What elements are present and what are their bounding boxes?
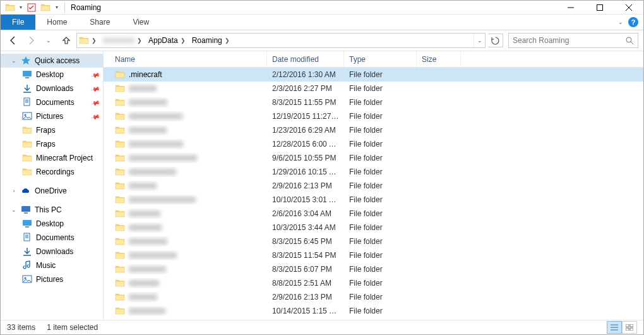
folder-icon (115, 167, 125, 177)
sidebar-item-pictures[interactable]: Pictures📌 (1, 109, 103, 123)
file-row[interactable]: 8/3/2015 6:45 PMFile folder (104, 234, 643, 248)
qat-dropdown-icon[interactable]: ▾ (17, 1, 25, 15)
home-tab[interactable]: Home (35, 15, 78, 30)
quick-access[interactable]: ⌄ Quick access (1, 54, 103, 68)
svg-rect-8 (21, 206, 30, 212)
sidebar-item-desktop[interactable]: Desktop📌 (1, 68, 103, 82)
folder-icon (115, 222, 125, 233)
file-row[interactable]: 10/10/2015 3:01 AMFile folder (104, 193, 643, 207)
file-row[interactable]: 2/3/2016 2:27 PMFile folder (104, 82, 643, 95)
sidebar-item-fraps[interactable]: Fraps (1, 137, 103, 151)
file-row[interactable]: 1/23/2016 6:29 AMFile folder (104, 123, 643, 137)
file-tab[interactable]: File (1, 15, 35, 30)
file-row[interactable]: 10/3/2015 3:44 AMFile folder (104, 221, 643, 234)
file-row[interactable]: 2/9/2016 2:13 PMFile folder (104, 290, 643, 304)
share-tab[interactable]: Share (78, 15, 121, 30)
help-icon[interactable]: ? (628, 17, 638, 27)
ribbon-expand-icon[interactable]: ⌄ (618, 19, 623, 25)
address-bar[interactable]: ❯ ❯ AppData❯ Roaming❯ ⌄ (76, 33, 486, 48)
pin-icon: 📌 (90, 83, 100, 94)
thumbnails-view-button[interactable] (622, 321, 637, 334)
pin-icon: 📌 (90, 97, 100, 107)
column-name[interactable]: Name˄ (110, 51, 267, 67)
recent-locations-button[interactable]: ⌄ (41, 33, 56, 48)
svg-rect-16 (630, 324, 633, 327)
sidebar-item-recordings[interactable]: Recordings (1, 165, 103, 179)
sort-indicator-icon: ˄ (188, 51, 191, 56)
up-button[interactable] (59, 33, 74, 48)
details-view-button[interactable] (607, 321, 622, 334)
sidebar-item-fraps[interactable]: Fraps (1, 123, 103, 137)
onedrive[interactable]: › OneDrive (1, 184, 103, 198)
file-row[interactable]: 12/28/2015 6:00 AMFile folder (104, 137, 643, 151)
svg-point-2 (626, 37, 631, 42)
desktop-icon (22, 70, 32, 80)
file-row[interactable]: 2/9/2016 2:13 PMFile folder (104, 179, 643, 193)
window-title: Roaming (71, 3, 101, 12)
qat-customize-icon[interactable]: ▾ (52, 1, 61, 15)
file-row[interactable]: 8/3/2015 6:07 PMFile folder (104, 262, 643, 276)
qat-properties-icon[interactable] (25, 1, 39, 15)
documents-icon (22, 233, 32, 243)
maximize-button[interactable] (585, 1, 614, 15)
breadcrumb-roaming[interactable]: Roaming (192, 36, 222, 45)
svg-rect-1 (597, 4, 603, 10)
svg-rect-18 (630, 328, 633, 331)
svg-point-7 (25, 114, 27, 116)
breadcrumb-appdata[interactable]: AppData (148, 36, 178, 45)
file-row[interactable]: 8/3/2015 11:55 PMFile folder (104, 95, 643, 109)
pc-item-music[interactable]: Music (1, 259, 103, 272)
file-row[interactable]: 2/6/2016 3:04 AMFile folder (104, 207, 643, 221)
folder-icon (115, 195, 125, 205)
pictures-icon (22, 274, 32, 284)
file-row[interactable]: 8/8/2015 2:51 AMFile folder (104, 276, 643, 290)
folder-icon (115, 111, 125, 121)
this-pc-icon (21, 205, 31, 215)
pc-item-downloads[interactable]: Downloads (1, 245, 103, 259)
qat-folder-icon[interactable] (3, 1, 17, 15)
folder-icon (115, 209, 125, 219)
file-row[interactable]: 9/6/2015 10:55 PMFile folder (104, 151, 643, 165)
column-date[interactable]: Date modified (267, 51, 344, 67)
folder-icon (22, 125, 32, 135)
status-bar: 33 items 1 item selected (1, 320, 643, 334)
star-icon (21, 56, 31, 66)
view-tab[interactable]: View (121, 15, 160, 30)
qat-newfolder-icon[interactable] (39, 1, 52, 15)
folder-icon (115, 125, 125, 135)
folder-icon (22, 167, 32, 177)
search-input[interactable]: Search Roaming (508, 33, 638, 48)
minimize-button[interactable] (556, 1, 585, 15)
svg-rect-9 (24, 212, 28, 214)
folder-icon (115, 292, 125, 302)
pc-item-desktop[interactable]: Desktop (1, 217, 103, 231)
sidebar-item-downloads[interactable]: Downloads📌 (1, 82, 103, 95)
svg-rect-11 (25, 226, 29, 228)
back-button[interactable] (6, 33, 21, 48)
sidebar-item-minecraft-project[interactable]: Minecraft Project (1, 151, 103, 165)
file-row[interactable]: .minecraft2/12/2016 1:30 AMFile folder (104, 68, 643, 82)
desktop-icon (22, 219, 32, 229)
folder-icon (115, 250, 125, 260)
folder-icon (115, 181, 125, 191)
address-dropdown-icon[interactable]: ⌄ (474, 34, 485, 47)
svg-rect-5 (24, 98, 30, 106)
column-size[interactable]: Size (417, 51, 461, 67)
folder-icon (115, 236, 125, 247)
close-button[interactable] (614, 1, 643, 15)
pc-item-pictures[interactable]: Pictures (1, 272, 103, 286)
downloads-icon (22, 83, 32, 94)
column-type[interactable]: Type (344, 51, 417, 67)
file-row[interactable]: 10/14/2015 1:15 PMFile folder (104, 304, 643, 318)
documents-icon (22, 97, 32, 107)
pc-item-documents[interactable]: Documents (1, 231, 103, 245)
navigation-pane[interactable]: ⌄ Quick access Desktop📌Downloads📌Documen… (1, 51, 104, 320)
refresh-button[interactable] (488, 34, 503, 47)
sidebar-item-documents[interactable]: Documents📌 (1, 95, 103, 109)
search-icon (625, 36, 634, 45)
file-row[interactable]: 1/29/2016 10:15 AMFile folder (104, 165, 643, 179)
file-row[interactable]: 12/19/2015 11:27 …File folder (104, 109, 643, 123)
column-headers[interactable]: Name˄ Date modified Type Size (104, 51, 643, 68)
file-row[interactable]: 8/3/2015 11:54 PMFile folder (104, 248, 643, 262)
this-pc[interactable]: ⌄ This PC (1, 203, 103, 217)
